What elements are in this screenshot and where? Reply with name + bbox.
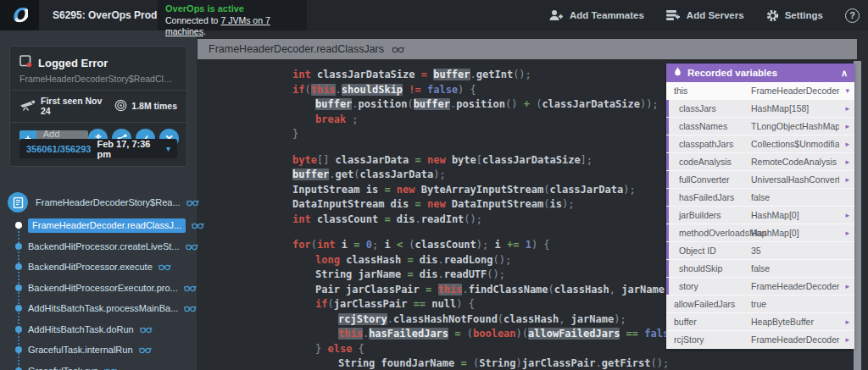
variable-expand-icon[interactable]: ▸ — [845, 335, 849, 344]
variable-row[interactable]: fullConverter UniversalHashConverter ▸ — [666, 171, 854, 189]
variable-row[interactable]: codeAnalysis RemoteCodeAnalysis ▸ — [666, 153, 854, 171]
variable-expand-icon[interactable]: ▸ — [845, 175, 849, 184]
variable-row[interactable]: this FrameHeaderDecoder ▾ — [666, 82, 854, 100]
variable-row[interactable]: classpathJars Collections$Unmodifiab... … — [666, 135, 854, 153]
stack-frame-item[interactable]: FrameHeaderDecoderStory$Rea... — [0, 190, 197, 215]
help-button[interactable]: ? — [845, 8, 860, 23]
variable-expand-icon[interactable]: ▸ — [845, 104, 849, 113]
stack-frame-item[interactable]: BackendHitProcessor.execute — [0, 257, 197, 278]
stack-frame-item[interactable]: AddHitsBatchTask.doRun — [0, 319, 197, 340]
variable-expand-icon[interactable]: ▸ — [845, 122, 849, 130]
code-token: DataInputStream — [452, 198, 543, 210]
stack-bullet-icon — [15, 305, 22, 312]
variable-row[interactable]: classNames TLongObjectHashMap ▸ — [666, 118, 854, 135]
variable-row[interactable]: buffer HeapByteBuffer ▸ — [666, 313, 854, 331]
recorded-variables-header[interactable]: Recorded variables ∧ — [666, 64, 854, 82]
environment-selector[interactable]: S6295: OverOps Prod ▾ — [53, 0, 167, 30]
snapshot-selector[interactable]: 356061/356293 Feb 17, 7:36 pm ▾ — [19, 139, 177, 158]
recorded-variable-token[interactable]: hasFailedJars — [369, 328, 448, 340]
variable-expand-icon[interactable]: ▸ — [845, 282, 849, 290]
recorded-variable-token[interactable]: buffer — [414, 98, 450, 110]
view-source-glasses-icon[interactable] — [104, 363, 117, 370]
code-token: == — [620, 328, 644, 340]
recorded-variable-token[interactable]: buffer — [315, 98, 352, 110]
code-token: getFirst — [602, 357, 651, 369]
variable-name: buffer — [674, 317, 697, 327]
view-source-glasses-icon[interactable] — [392, 41, 405, 57]
add-teammates-button[interactable]: Add Teammates — [549, 9, 644, 21]
variable-name: fullConverter — [679, 174, 730, 185]
logged-error-icon — [19, 55, 32, 71]
code-token: int — [292, 69, 317, 80]
error-type-label: Logged Error — [38, 57, 108, 69]
code-token: classJarData — [549, 184, 623, 196]
variable-name: codeAnalysis — [679, 157, 732, 167]
vertical-scrollbar[interactable] — [854, 61, 861, 370]
recorded-variable-token[interactable]: buffer — [433, 69, 470, 80]
code-token: . — [438, 268, 444, 280]
view-source-glasses-icon[interactable] — [139, 342, 152, 357]
variable-row[interactable]: Object ID 35 — [666, 242, 854, 260]
variable-name: this — [674, 86, 687, 96]
variable-row[interactable]: allowFailedJars true — [666, 295, 854, 313]
stack-frame-item[interactable]: AddHitsBatchTask.processMainBa... — [0, 298, 197, 319]
variable-row[interactable]: methodOverloadsMap HashMap[0] ▸ — [666, 224, 854, 242]
variable-row[interactable]: rcjStory FrameHeaderDecoderS... ▸ — [666, 331, 854, 349]
snapshot-time: Feb 17, 7:36 pm — [97, 139, 160, 159]
stack-frame-item[interactable]: GracefulTask.run — [0, 361, 197, 370]
variable-expand-icon[interactable]: ▸ — [845, 211, 849, 219]
variable-row[interactable]: hasFailedJars false — [666, 189, 854, 207]
stack-frame-item[interactable]: GracefulTask.internalRun — [0, 340, 197, 361]
snapshot-id: 356061/356293 — [26, 144, 91, 154]
code-token: [] — [317, 154, 336, 166]
recorded-variable-token[interactable]: buffer — [292, 168, 329, 180]
recorded-variable-token[interactable]: this — [438, 284, 463, 295]
code-token: = — [461, 357, 473, 369]
code-token: break — [315, 113, 352, 125]
recorded-variables-panel: Recorded variables ∧ this FrameHeaderDec… — [666, 64, 854, 349]
variable-row[interactable]: jarBuilders HashMap[0] ▸ — [666, 207, 854, 224]
gear-icon — [766, 9, 779, 22]
stack-frame-item[interactable]: BackendHitProcessorExecutor.pro... — [0, 278, 197, 299]
code-token: jarClassPair — [522, 357, 596, 369]
overops-logo[interactable]: O — [0, 0, 39, 30]
variable-expand-icon[interactable]: ▸ — [845, 157, 849, 166]
variable-expand-icon[interactable]: ▸ — [845, 318, 849, 326]
target-icon — [114, 99, 127, 113]
code-token: jarName — [571, 313, 615, 325]
variable-row[interactable]: shouldSkip false — [666, 260, 854, 278]
settings-button[interactable]: Settings — [766, 9, 823, 22]
view-source-glasses-icon[interactable] — [184, 280, 197, 295]
view-source-glasses-icon[interactable] — [184, 301, 197, 316]
variable-expand-icon[interactable]: ▸ — [845, 140, 849, 148]
variable-expand-icon[interactable]: ▾ — [845, 86, 849, 95]
add-servers-button[interactable]: Add Servers — [666, 9, 744, 21]
code-token: position — [359, 98, 408, 110]
view-source-glasses-icon[interactable] — [140, 322, 153, 337]
stack-frame-item[interactable]: BackendHitProcessor.createLiveSt... — [0, 236, 197, 257]
code-token: Pair jarClassPair — [315, 284, 426, 295]
variable-expand-icon[interactable]: ▸ — [845, 229, 849, 237]
variable-row[interactable]: classJars HashMap[158] ▸ — [666, 100, 854, 118]
code-token: . — [470, 69, 476, 80]
code-token: = — [415, 198, 427, 210]
recorded-variable-token[interactable]: this — [311, 84, 336, 96]
view-source-glasses-icon[interactable] — [159, 259, 171, 274]
view-source-glasses-icon[interactable] — [192, 218, 204, 233]
code-token: readInt — [421, 213, 465, 225]
recorded-variable-token[interactable]: this — [338, 328, 363, 340]
recorded-variable-token[interactable]: allowFailedJars — [528, 328, 620, 340]
stack-frame-item[interactable]: FrameHeaderDecoder.readClassJ... — [0, 215, 197, 236]
collapse-chevron-icon[interactable]: ∧ — [841, 68, 848, 79]
recorded-variable-token[interactable]: rcjStory — [338, 313, 387, 325]
variable-value: HeapByteBuffer — [751, 317, 839, 327]
stack-bullet-icon — [15, 243, 22, 250]
view-source-glasses-icon[interactable] — [186, 239, 198, 254]
code-token: new — [397, 184, 421, 196]
recorded-variable-token[interactable]: shouldSkip — [342, 84, 403, 96]
code-token: ( — [311, 239, 317, 251]
view-source-glasses-icon[interactable] — [186, 195, 199, 210]
variable-row[interactable]: story FrameHeaderDecoderS... ▸ — [666, 278, 854, 295]
hit-count-label: 1.8M times — [131, 101, 177, 111]
code-token: += — [507, 239, 526, 251]
